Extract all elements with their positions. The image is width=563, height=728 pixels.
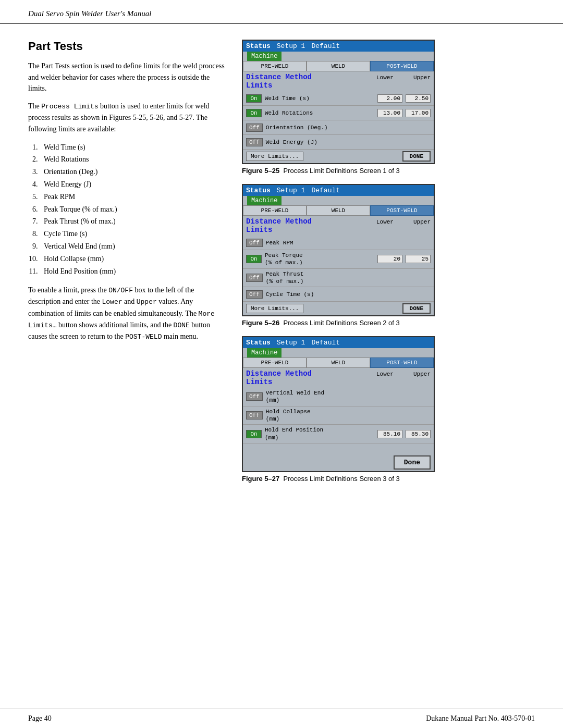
screen2-done[interactable]: DONE	[402, 303, 431, 314]
screen1-tab-preweld[interactable]: PRE-WELD	[243, 61, 307, 71]
screen1-tab-postweld[interactable]: POST-WELD	[370, 61, 434, 71]
figure26-caption: Figure 5–26 Process Limit Definitions Sc…	[242, 319, 535, 327]
screen2-tabs: PRE-WELD WELD POST-WELD	[243, 205, 434, 216]
screen3-default: Default	[311, 339, 340, 347]
figure27-text: Process Limit Definitions Screen 3 of 3	[284, 475, 400, 483]
screen3-machine: Machine	[247, 348, 282, 357]
upper-inline: Upper	[137, 298, 157, 306]
process-limits-inline: Process Limits	[41, 103, 98, 110]
screen2-label2: Peak Torque (% of max.)	[265, 252, 374, 267]
screen1-tab-weld[interactable]: WELD	[307, 61, 370, 71]
screen2-machine: Machine	[247, 196, 282, 205]
screen2-toggle1[interactable]: Off	[246, 239, 263, 247]
screen1-row1: On Weld Time (s) 2.00 2.50	[243, 91, 434, 106]
screen3-label3: Hold End Position (mm)	[265, 426, 374, 441]
page-number: Page 40	[28, 714, 52, 723]
screen1-toggle4[interactable]: Off	[246, 138, 263, 146]
screen3-status: Status	[246, 339, 271, 347]
screen2-toggle3[interactable]: Off	[246, 274, 263, 282]
list-item: Hold End Position (mm)	[40, 265, 226, 278]
screen1-status: Status	[246, 42, 271, 50]
screen1-lower1[interactable]: 2.00	[377, 94, 402, 103]
paragraph-1: The Part Tests section is used to define…	[28, 60, 226, 94]
screen3-tab-postweld[interactable]: POST-WELD	[370, 357, 434, 368]
screen3-dm-title: Distance Method Limits	[246, 369, 331, 386]
screen1-upper-label: Upper	[413, 75, 431, 81]
page-footer: Page 40 Dukane Manual Part No. 403-570-0…	[0, 709, 563, 728]
section-title: Part Tests	[28, 40, 226, 53]
screen2: Status Setup 1 Default Machine PRE-WELD …	[242, 184, 435, 316]
screen2-container: Status Setup 1 Default Machine PRE-WELD …	[242, 184, 535, 327]
right-column: Status Setup 1 Default Machine PRE-WELD …	[242, 40, 535, 492]
screen2-row1: Off Peak RPM	[243, 236, 434, 250]
screen2-more-limits[interactable]: More Limits...	[246, 304, 303, 313]
screen2-footer: More Limits... DONE	[243, 302, 434, 315]
content-area: Part Tests The Part Tests section is use…	[0, 24, 563, 492]
screen1-more-limits[interactable]: More Limits...	[246, 152, 303, 161]
screen1-tabs: PRE-WELD WELD POST-WELD	[243, 61, 434, 71]
screen3-lower-label: Lower	[376, 371, 394, 377]
screen3-toggle2[interactable]: Off	[246, 411, 263, 419]
figure26-text: Process Limit Definitions Screen 2 of 3	[284, 319, 400, 327]
screen3-toggle1[interactable]: Off	[246, 392, 263, 401]
lower-inline: Lower	[102, 298, 123, 306]
screen3-upper3[interactable]: 85.30	[406, 430, 431, 438]
screen1-label2: Weld Rotations	[265, 110, 374, 116]
screen1-label4: Weld Energy (J)	[266, 139, 431, 145]
screen1-footer: More Limits... DONE	[243, 150, 434, 163]
screen2-row4: Off Cycle Time (s)	[243, 287, 434, 302]
screen3-tab-preweld[interactable]: PRE-WELD	[243, 357, 307, 368]
list-item: Weld Energy (J)	[40, 178, 226, 191]
screen3-done[interactable]: Done	[394, 455, 431, 470]
screen1-toggle3[interactable]: Off	[246, 124, 263, 132]
screen1-lower-label: Lower	[376, 75, 394, 81]
screen3-tab-weld[interactable]: WELD	[307, 357, 370, 368]
screen2-tab-weld[interactable]: WELD	[307, 205, 370, 216]
screen1-row2: On Weld Rotations 13.00 17.00	[243, 106, 434, 120]
screen2-tab-preweld[interactable]: PRE-WELD	[243, 205, 307, 216]
screen3-label2: Hold Collapse (mm)	[266, 408, 431, 423]
page-header: Dual Servo Spin Welder User's Manual	[0, 0, 563, 24]
screen2-tab-postweld[interactable]: POST-WELD	[370, 205, 434, 216]
figure25-label: Figure 5–25	[242, 167, 279, 175]
screen3-row3: On Hold End Position (mm) 85.10 85.30	[243, 425, 434, 443]
screen2-upper2[interactable]: 25	[406, 255, 431, 263]
screen1-upper2[interactable]: 17.00	[406, 109, 431, 117]
screen3-footer: Done	[243, 454, 434, 471]
screen1-row4: Off Weld Energy (J)	[243, 135, 434, 150]
screen1-toggle1[interactable]: On	[246, 94, 262, 103]
figure27-label: Figure 5–27	[242, 475, 279, 483]
screen2-label1: Peak RPM	[266, 240, 431, 246]
screen2-toggle4[interactable]: Off	[246, 290, 263, 299]
screen2-topbar: Status Setup 1 Default	[243, 185, 434, 196]
screen1: Status Setup 1 Default Machine PRE-WELD …	[242, 40, 435, 164]
figure26-label: Figure 5–26	[242, 319, 279, 327]
screen3-dm-header: Distance Method Limits Lower Upper	[243, 368, 434, 388]
screen1-upper1[interactable]: 2.50	[406, 94, 431, 103]
screen1-done[interactable]: DONE	[402, 151, 431, 162]
screen3-row1: Off Vertical Weld End (mm)	[243, 388, 434, 406]
screen3-upper-label: Upper	[413, 371, 431, 377]
screen1-default: Default	[311, 42, 340, 50]
screen2-label3: Peak Thrust (% of max.)	[266, 270, 431, 286]
screen2-lower2[interactable]: 20	[377, 255, 402, 263]
list-item: Weld Time (s)	[40, 141, 226, 154]
screen1-setup: Setup 1	[277, 42, 305, 50]
screen2-status: Status	[246, 187, 271, 194]
screen2-label4: Cycle Time (s)	[266, 291, 431, 298]
done-inline: DONE	[174, 322, 190, 329]
screen2-lower-label: Lower	[376, 219, 394, 225]
screen1-lower2[interactable]: 13.00	[377, 109, 402, 117]
screen1-toggle2[interactable]: On	[246, 109, 262, 117]
screen3-toggle3[interactable]: On	[246, 430, 262, 438]
list-item: Weld Rotations	[40, 153, 226, 166]
screen2-upper-label: Upper	[413, 219, 431, 225]
screen2-toggle2[interactable]: On	[246, 255, 262, 263]
screen1-row3: Off Orientation (Deg.)	[243, 120, 434, 135]
screen3-lower3[interactable]: 85.10	[377, 430, 402, 438]
list-item: Cycle Time (s)	[40, 228, 226, 240]
screen2-row3: Off Peak Thrust (% of max.)	[243, 269, 434, 288]
list-item: Peak Thrust (% of max.)	[40, 215, 226, 228]
screen1-label1: Weld Time (s)	[265, 95, 374, 102]
screen2-setup: Setup 1	[277, 187, 305, 194]
